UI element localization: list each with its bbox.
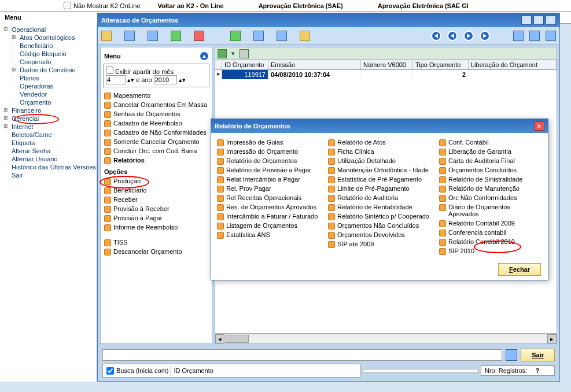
- mes-input[interactable]: [106, 75, 126, 84]
- report-col1-9[interactable]: Listagem de Orçamentos: [216, 221, 321, 230]
- report-col3-0[interactable]: Conf. Contábil: [438, 138, 543, 147]
- dialog-close-button[interactable]: ×: [534, 121, 544, 131]
- report-col1-7[interactable]: Res. de Orçamentos Aprovados: [216, 202, 321, 212]
- voltar-link[interactable]: Voltar ao K2 - On Line: [158, 2, 224, 9]
- tree-etiqueta[interactable]: Etiqueta: [3, 139, 93, 147]
- report-col2-3[interactable]: Manutenção Ortodôntica - Idade: [327, 165, 432, 175]
- report-col2-9[interactable]: Orçamentos Não Concluídos: [327, 221, 432, 230]
- side-item2-5[interactable]: Informe de Reembolso: [103, 223, 209, 232]
- report-col2-1[interactable]: Ficha Clínica: [327, 147, 432, 156]
- report-col2-0[interactable]: Relatório de Atos: [327, 138, 432, 147]
- nao-mostrar-checkbox[interactable]: [64, 2, 71, 9]
- report-col3-6[interactable]: Orc Não Conformidades: [438, 193, 543, 202]
- tree-orcamento[interactable]: Orçamento: [3, 98, 93, 106]
- nav-next-icon[interactable]: [463, 31, 474, 41]
- aprov-sae-gl-link[interactable]: Aprovação Eletrônica (SAE Gl: [378, 2, 469, 9]
- report-col2-5[interactable]: Limite de Pré-Pagamento: [327, 184, 432, 193]
- side-item2-4[interactable]: Provisão à Pagar: [103, 213, 209, 223]
- report-col2-8[interactable]: Relatório Sintético p/ Cooperado: [327, 212, 432, 221]
- report-col2-7[interactable]: Relatório de Rentabilidade: [327, 202, 432, 212]
- fechar-button[interactable]: Fechar: [498, 263, 541, 276]
- search-input[interactable]: [102, 349, 502, 361]
- report-col3-9[interactable]: Conferencia contabil: [438, 228, 543, 237]
- grid-export-icon[interactable]: [218, 49, 227, 58]
- busca-checkbox[interactable]: [106, 367, 114, 375]
- gh-lib[interactable]: Liberação do Orçament: [469, 60, 557, 69]
- side-item2-0[interactable]: Produção: [103, 176, 209, 186]
- tree-historico[interactable]: Histórico das Últimas Versões: [3, 163, 93, 171]
- tree-internet[interactable]: Internet: [3, 123, 93, 131]
- report-col3-7[interactable]: Diário de Orçamentos Aprovados: [438, 202, 543, 219]
- ano-input[interactable]: [154, 75, 177, 84]
- report-col3-4[interactable]: Relatório de Sinistralidade: [438, 175, 543, 184]
- tree-alterar-senha[interactable]: Alterar Senha: [3, 147, 93, 155]
- gh-num[interactable]: Número V6000: [361, 60, 413, 69]
- report-col2-11[interactable]: SIP até 2009: [327, 239, 432, 249]
- report-col3-10[interactable]: Relatório Contábil 2010: [438, 237, 543, 246]
- report-col3-8[interactable]: Relatório Contábil 2009: [438, 219, 543, 228]
- side-item1-3[interactable]: Cadastro de Reembolso: [103, 119, 209, 128]
- tb-confirm-icon[interactable]: [171, 31, 181, 41]
- tb-filter-icon[interactable]: [230, 31, 241, 41]
- grid-tb-dropdown-icon[interactable]: ▾: [231, 50, 235, 57]
- report-col1-1[interactable]: Impressão do Orçamento: [216, 147, 321, 156]
- aprov-sae-link[interactable]: Aprovação Eletrônica (SAE): [259, 2, 343, 9]
- report-col2-2[interactable]: Utilização Detalhado: [327, 156, 432, 165]
- grid-print-icon[interactable]: [240, 49, 249, 58]
- tb-cancel-icon[interactable]: [194, 31, 204, 41]
- tb-exit-icon[interactable]: [513, 31, 524, 41]
- busca-box[interactable]: Busca (Inicia com) ID Orçamento: [102, 364, 360, 378]
- report-col2-4[interactable]: Estatística de Pré-Pagamento: [327, 175, 432, 184]
- tree-codigo[interactable]: Código Bloqueio: [3, 50, 93, 58]
- grid-row-1[interactable]: ▸ 119917 04/08/2010 10:37:04 2: [215, 70, 557, 79]
- report-col2-6[interactable]: Relatório de Auditoria: [327, 193, 432, 202]
- close-button[interactable]: ×: [546, 16, 556, 25]
- tree-atos[interactable]: Atos Odontológicos: [3, 34, 93, 42]
- report-col1-4[interactable]: Relat Intercâmbio a Pagar: [216, 175, 321, 184]
- tree-operacional[interactable]: Operacional: [3, 25, 93, 34]
- report-col1-0[interactable]: Impressão de Guias: [216, 138, 321, 147]
- side-item2-3[interactable]: Provisão à Receber: [103, 204, 209, 213]
- side-item2-1[interactable]: Beneficiário: [103, 186, 209, 195]
- report-col3-3[interactable]: Orçamentos Concluídos: [438, 165, 543, 175]
- tree-planos[interactable]: Planos: [3, 74, 93, 82]
- tree-alternar-usuario[interactable]: Alternar Usuário: [3, 155, 93, 163]
- exibir-checkbox[interactable]: [106, 66, 113, 74]
- tree-boletos[interactable]: Boletos/Carne: [3, 131, 93, 139]
- report-col2-10[interactable]: Orçamentos Devolvidos: [327, 230, 432, 239]
- tree-beneficiario[interactable]: Beneficiário: [3, 42, 93, 50]
- tree-cooperado[interactable]: Cooperado: [3, 58, 93, 66]
- report-col1-6[interactable]: Rel Receitas Operacionais: [216, 193, 321, 202]
- nav-first-icon[interactable]: [431, 31, 441, 41]
- side-item1-1[interactable]: Cancelar Orcamentos Em Massa: [103, 100, 209, 109]
- side-relatorios[interactable]: Relatórios: [103, 156, 209, 165]
- tree-financeiro[interactable]: Financeiro: [3, 106, 93, 114]
- search-go-icon[interactable]: [506, 349, 517, 361]
- side-item1-2[interactable]: Senhas de Orçamentos: [103, 109, 209, 119]
- tree-dados[interactable]: Dados do Convênio: [3, 66, 93, 74]
- side-item2-2[interactable]: Receber: [103, 195, 209, 204]
- tb-new-icon[interactable]: [101, 31, 112, 41]
- maximize-button[interactable]: □: [533, 16, 544, 25]
- report-col3-2[interactable]: Carta de Auditoria Final: [438, 156, 543, 165]
- report-col1-2[interactable]: Relatório de Orçamentos: [216, 156, 321, 165]
- side-item1-5[interactable]: Somente Cancelar Orçamento: [103, 137, 209, 146]
- gh-emissao[interactable]: Emissão: [268, 60, 361, 69]
- cell-id[interactable]: 119917: [222, 70, 268, 79]
- nav-last-icon[interactable]: [480, 31, 490, 41]
- gh-id[interactable]: ID Orçamento: [222, 60, 268, 69]
- report-col1-3[interactable]: Relatório de Provisão a Pagar: [216, 165, 321, 175]
- tree-operadoras[interactable]: Operadoras: [3, 82, 93, 90]
- side-item1-0[interactable]: Mapeamento: [103, 91, 209, 100]
- report-col3-11[interactable]: SIP 2010: [438, 246, 543, 256]
- horizontal-scrollbar[interactable]: ◂ ▸: [215, 333, 557, 343]
- minimize-button[interactable]: _: [521, 16, 532, 25]
- tb-refresh-icon[interactable]: [148, 31, 158, 41]
- sair-button[interactable]: Sair: [521, 349, 555, 361]
- tb-folder-icon[interactable]: [300, 31, 310, 41]
- side-item3-0[interactable]: TISS: [103, 238, 209, 247]
- tb-report-icon[interactable]: [277, 31, 287, 41]
- gh-tipo[interactable]: Tipo Orçamento: [413, 60, 469, 69]
- scroll-right-icon[interactable]: ▸: [547, 334, 557, 343]
- tb-help-icon[interactable]: [546, 31, 556, 41]
